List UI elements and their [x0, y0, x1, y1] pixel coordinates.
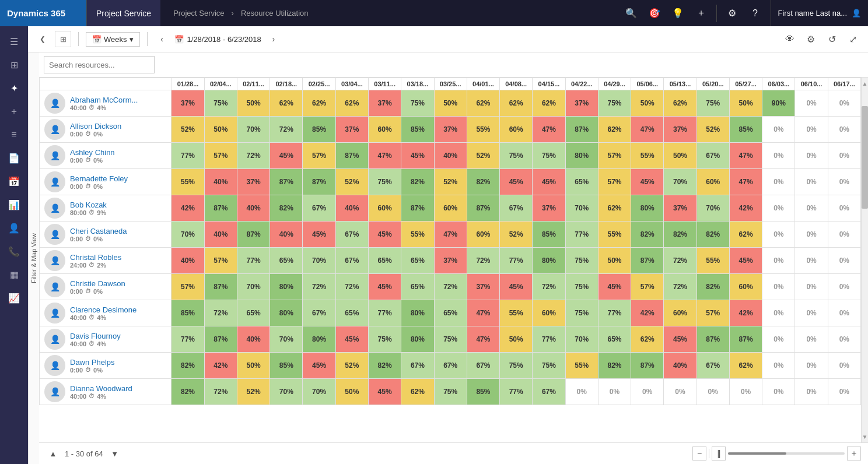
cell-r5-c7[interactable]: 55%: [401, 222, 434, 248]
cell-r11-c3[interactable]: 70%: [270, 379, 303, 405]
cell-r5-c5[interactable]: 67%: [335, 222, 368, 248]
cell-r5-c1[interactable]: 40%: [204, 222, 237, 248]
cell-r3-c3[interactable]: 87%: [270, 169, 303, 195]
sidebar-menu-icon[interactable]: ☰: [4, 31, 24, 52]
cell-r7-c13[interactable]: 45%: [598, 274, 631, 300]
cell-r3-c9[interactable]: 82%: [467, 169, 499, 195]
cell-r0-c19[interactable]: 0%: [795, 90, 828, 117]
target-icon[interactable]: 🎯: [644, 3, 665, 24]
cell-r3-c5[interactable]: 52%: [335, 169, 368, 195]
cell-r0-c11[interactable]: 62%: [533, 90, 565, 117]
cell-r3-c0[interactable]: 55%: [172, 169, 204, 195]
cell-r5-c11[interactable]: 85%: [533, 222, 565, 248]
cell-r0-c12[interactable]: 37%: [565, 90, 598, 117]
cell-r1-c12[interactable]: 87%: [565, 117, 598, 143]
cell-r11-c7[interactable]: 62%: [401, 379, 434, 405]
cell-r4-c0[interactable]: 42%: [172, 195, 204, 222]
cell-r9-c20[interactable]: 0%: [828, 326, 860, 353]
cell-r1-c15[interactable]: 37%: [664, 117, 696, 143]
sidebar-phone-icon[interactable]: 📞: [4, 241, 24, 262]
vertical-scrollbar[interactable]: ▲ ▼: [861, 78, 868, 442]
cell-r11-c1[interactable]: 72%: [204, 379, 237, 405]
cell-r9-c10[interactable]: 50%: [500, 326, 533, 353]
cell-r2-c13[interactable]: 57%: [598, 143, 631, 169]
cell-r8-c4[interactable]: 67%: [303, 300, 335, 326]
cell-r3-c13[interactable]: 57%: [598, 169, 631, 195]
cell-r7-c8[interactable]: 72%: [434, 274, 467, 300]
cell-r7-c16[interactable]: 82%: [696, 274, 729, 300]
cell-r2-c14[interactable]: 55%: [631, 143, 664, 169]
cell-r0-c3[interactable]: 62%: [270, 90, 303, 117]
cell-r6-c3[interactable]: 65%: [270, 248, 303, 274]
cell-r4-c10[interactable]: 67%: [500, 195, 533, 222]
cell-r5-c13[interactable]: 55%: [598, 222, 631, 248]
cell-r0-c8[interactable]: 50%: [434, 90, 467, 117]
cell-r10-c12[interactable]: 55%: [565, 353, 598, 379]
cell-r6-c4[interactable]: 70%: [303, 248, 335, 274]
cell-r5-c17[interactable]: 62%: [729, 222, 762, 248]
resource-name[interactable]: Ashley Chinn: [70, 148, 115, 157]
cell-r6-c20[interactable]: 0%: [828, 248, 860, 274]
cell-r8-c14[interactable]: 42%: [631, 300, 664, 326]
cell-r4-c14[interactable]: 80%: [631, 195, 664, 222]
cell-r7-c4[interactable]: 72%: [303, 274, 335, 300]
cell-r11-c14[interactable]: 0%: [631, 379, 664, 405]
resource-name[interactable]: Bernadette Foley: [70, 174, 128, 183]
cell-r6-c11[interactable]: 80%: [533, 248, 565, 274]
cell-r10-c5[interactable]: 52%: [335, 353, 368, 379]
filter-map-view-label[interactable]: Filter & Map View: [28, 52, 39, 464]
cell-r0-c17[interactable]: 50%: [729, 90, 762, 117]
resource-name[interactable]: Davis Flournoy: [70, 332, 121, 340]
cell-r7-c5[interactable]: 72%: [335, 274, 368, 300]
cell-r9-c6[interactable]: 75%: [369, 326, 401, 353]
cell-r8-c20[interactable]: 0%: [828, 300, 860, 326]
cell-r7-c12[interactable]: 75%: [565, 274, 598, 300]
cell-r3-c17[interactable]: 47%: [729, 169, 762, 195]
cell-r11-c12[interactable]: 0%: [565, 379, 598, 405]
cell-r11-c4[interactable]: 70%: [303, 379, 335, 405]
cell-r8-c19[interactable]: 0%: [795, 300, 828, 326]
cell-r3-c1[interactable]: 40%: [204, 169, 237, 195]
cell-r6-c10[interactable]: 77%: [500, 248, 533, 274]
scroll-track[interactable]: [862, 89, 868, 431]
cell-r3-c6[interactable]: 75%: [369, 169, 401, 195]
prev-period-button[interactable]: ‹: [155, 31, 170, 47]
sidebar-dashboard-icon[interactable]: ▦: [4, 264, 24, 285]
cell-r5-c16[interactable]: 82%: [696, 222, 729, 248]
cell-r2-c12[interactable]: 80%: [565, 143, 598, 169]
cell-r6-c16[interactable]: 55%: [696, 248, 729, 274]
cell-r4-c1[interactable]: 87%: [204, 195, 237, 222]
cell-r5-c14[interactable]: 82%: [631, 222, 664, 248]
cell-r1-c3[interactable]: 72%: [270, 117, 303, 143]
bulb-icon[interactable]: 💡: [667, 3, 688, 24]
sidebar-document-icon[interactable]: 📄: [4, 147, 24, 168]
cell-r3-c14[interactable]: 45%: [631, 169, 664, 195]
cell-r10-c1[interactable]: 42%: [204, 353, 237, 379]
cell-r7-c14[interactable]: 57%: [631, 274, 664, 300]
cell-r8-c8[interactable]: 65%: [434, 300, 467, 326]
resource-name[interactable]: Dianna Woodward: [70, 384, 132, 393]
sidebar-home-icon[interactable]: ⊞: [4, 54, 24, 75]
cell-r0-c1[interactable]: 75%: [204, 90, 237, 117]
cell-r4-c18[interactable]: 0%: [762, 195, 795, 222]
cell-r2-c1[interactable]: 57%: [204, 143, 237, 169]
cell-r10-c10[interactable]: 75%: [500, 353, 533, 379]
cell-r2-c7[interactable]: 45%: [401, 143, 434, 169]
refresh-icon[interactable]: ↺: [824, 31, 840, 47]
sidebar-list-icon[interactable]: ≡: [4, 124, 24, 145]
cell-r6-c15[interactable]: 72%: [664, 248, 696, 274]
cell-r1-c18[interactable]: 0%: [762, 117, 795, 143]
cell-r1-c16[interactable]: 52%: [696, 117, 729, 143]
cell-r4-c17[interactable]: 42%: [729, 195, 762, 222]
cell-r8-c3[interactable]: 80%: [270, 300, 303, 326]
cell-r9-c1[interactable]: 87%: [204, 326, 237, 353]
cell-r1-c14[interactable]: 47%: [631, 117, 664, 143]
cell-r11-c15[interactable]: 0%: [664, 379, 696, 405]
cell-r8-c1[interactable]: 72%: [204, 300, 237, 326]
cell-r9-c2[interactable]: 40%: [237, 326, 270, 353]
cell-r1-c7[interactable]: 85%: [401, 117, 434, 143]
cell-r10-c2[interactable]: 50%: [237, 353, 270, 379]
cell-r4-c4[interactable]: 67%: [303, 195, 335, 222]
zoom-in-button[interactable]: ＋: [847, 447, 861, 461]
next-page-button[interactable]: ▼: [108, 447, 122, 461]
